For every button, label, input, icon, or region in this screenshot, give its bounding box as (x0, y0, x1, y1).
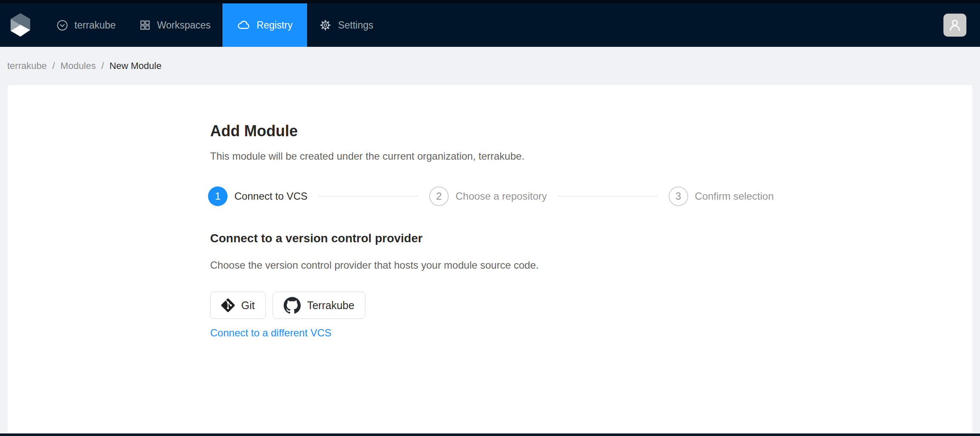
down-circle-icon (57, 20, 68, 31)
vcs-provider-buttons: Git Terrakube (210, 292, 955, 319)
nav-item-organization[interactable]: terrakube (45, 3, 128, 47)
step-number-badge: 3 (669, 186, 688, 206)
step-choose-repository: 2 Choose a repository (429, 186, 547, 206)
nav-item-label: Settings (338, 20, 373, 31)
user-avatar[interactable] (943, 14, 966, 37)
top-navbar: terrakube Workspaces Registry (0, 3, 980, 47)
page-title: Add Module (210, 122, 955, 141)
step-connector (319, 196, 418, 197)
breadcrumb-organization[interactable]: terrakube (7, 60, 47, 72)
add-module-card: Add Module This module will be created u… (8, 85, 972, 433)
step-label: Connect to VCS (234, 190, 308, 202)
cloud-icon (237, 19, 250, 32)
bottom-window-edge (0, 433, 980, 436)
breadcrumb-modules[interactable]: Modules (60, 60, 96, 72)
breadcrumb-separator: / (101, 60, 104, 72)
connect-different-vcs-link[interactable]: Connect to a different VCS (210, 327, 331, 339)
step-confirm-selection: 3 Confirm selection (669, 186, 774, 206)
git-icon (221, 298, 235, 312)
page-subtitle: This module will be created under the cu… (210, 150, 955, 163)
step-number-badge: 2 (429, 186, 449, 206)
step-connector (558, 196, 658, 197)
nav-item-settings[interactable]: Settings (307, 3, 385, 47)
vcs-button-label: Git (241, 299, 255, 312)
nav-item-label: Workspaces (157, 20, 211, 31)
step-connect-to-vcs: 1 Connect to VCS (208, 186, 308, 206)
terrakube-logo (10, 13, 31, 37)
terrakube-provider-button[interactable]: Terrakube (273, 292, 365, 319)
github-icon (284, 297, 301, 314)
nav-item-label: terrakube (74, 20, 116, 31)
nav-item-label: Registry (256, 20, 292, 31)
nav-item-workspaces[interactable]: Workspaces (128, 3, 222, 47)
user-icon (948, 18, 962, 32)
step-number-badge: 1 (208, 186, 228, 206)
appstore-icon (140, 20, 151, 31)
nav-item-registry[interactable]: Registry (222, 3, 307, 47)
wizard-steps: 1 Connect to VCS 2 Choose a repository 3… (208, 186, 774, 206)
main-nav-menu: terrakube Workspaces Registry (45, 3, 385, 47)
git-provider-button[interactable]: Git (210, 292, 266, 319)
vcs-section-description: Choose the version control provider that… (210, 259, 955, 272)
vcs-button-label: Terrakube (307, 299, 354, 312)
step-label: Confirm selection (695, 190, 774, 202)
breadcrumb: terrakube / Modules / New Module (0, 47, 980, 85)
step-label: Choose a repository (456, 190, 547, 202)
window-top-edge (0, 0, 980, 3)
breadcrumb-separator: / (52, 60, 55, 72)
gear-icon (319, 19, 332, 32)
vcs-section-heading: Connect to a version control provider (210, 231, 955, 246)
breadcrumb-current-page: New Module (109, 60, 161, 72)
